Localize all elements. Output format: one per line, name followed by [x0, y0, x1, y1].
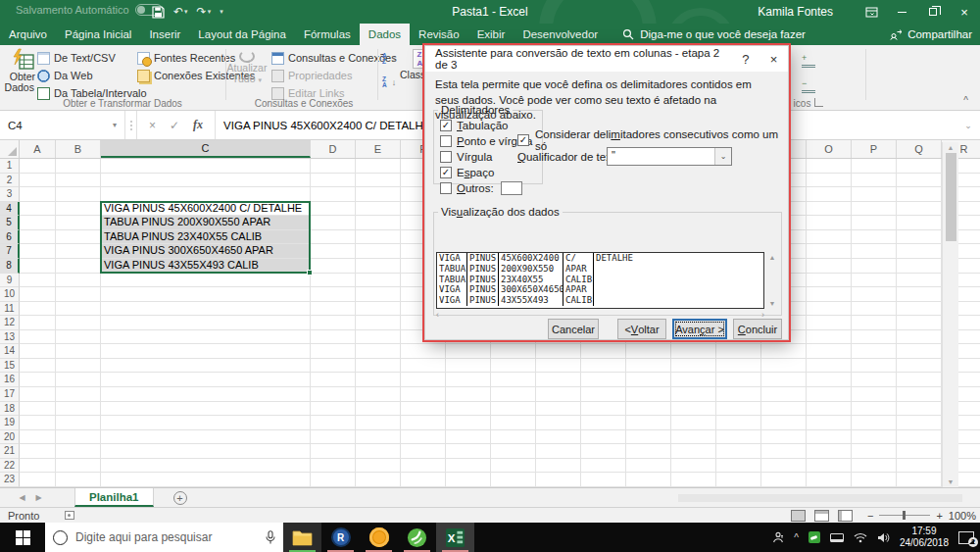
cell-L17[interactable] [671, 387, 716, 402]
cell-E3[interactable] [356, 187, 401, 202]
row-header-7[interactable]: 7 [0, 244, 20, 259]
cell-L18[interactable] [671, 402, 716, 417]
cell-M23[interactable] [716, 473, 761, 487]
cell-B18[interactable] [56, 402, 101, 417]
normal-view-button[interactable] [791, 510, 806, 522]
cell-D22[interactable] [311, 459, 356, 474]
cell-P7[interactable] [852, 244, 897, 259]
cell-C22[interactable] [101, 459, 311, 474]
sort-az-button[interactable]: AZ↓ [382, 51, 396, 67]
cell-B17[interactable] [56, 387, 101, 402]
cell-H15[interactable] [491, 359, 536, 374]
cell-A21[interactable] [20, 444, 56, 459]
cell-E17[interactable] [356, 387, 401, 402]
cell-A7[interactable] [20, 244, 56, 259]
cell-Q3[interactable] [897, 187, 942, 202]
cell-I21[interactable] [536, 444, 581, 459]
previous-sheet-button[interactable]: ◀ [14, 493, 30, 502]
cell-Q2[interactable] [897, 174, 942, 188]
user-name[interactable]: Kamila Fontes [758, 0, 833, 24]
cell-K15[interactable] [626, 359, 671, 374]
cell-C5[interactable]: TABUA PINUS 200X90X550 APAR [101, 216, 311, 230]
cell-D1[interactable] [311, 159, 356, 174]
back-button[interactable]: < Voltar [617, 319, 666, 339]
cell-A17[interactable] [20, 387, 56, 402]
cell-G22[interactable] [446, 459, 491, 474]
tab-layout-da-p-gina[interactable]: Layout da Página [189, 24, 295, 45]
customize-qat-button[interactable]: ▾ [220, 8, 223, 16]
cell-P4[interactable] [852, 202, 897, 217]
cell-Q10[interactable] [897, 287, 942, 302]
cell-D9[interactable] [311, 274, 356, 288]
cell-E21[interactable] [356, 444, 401, 459]
cell-J19[interactable] [581, 416, 626, 430]
tab-desenvolvedor[interactable]: Desenvolvedor [514, 24, 607, 45]
cell-C20[interactable] [101, 430, 311, 445]
people-icon[interactable] [772, 531, 784, 543]
cell-D17[interactable] [311, 387, 356, 402]
cell-E15[interactable] [356, 359, 401, 374]
cell-Q19[interactable] [897, 416, 942, 430]
cell-H22[interactable] [491, 459, 536, 474]
cell-C17[interactable] [101, 387, 311, 402]
cell-Q4[interactable] [897, 202, 942, 217]
cell-K18[interactable] [626, 402, 671, 417]
row-header-16[interactable]: 16 [0, 373, 20, 387]
zoom-level[interactable]: 100% [949, 510, 976, 522]
cell-K14[interactable] [626, 344, 671, 359]
cell-O18[interactable] [807, 402, 852, 417]
undo-dropdown-icon[interactable]: ▾ [184, 8, 188, 16]
formula-bar-splitter[interactable] [125, 111, 137, 139]
cell-A20[interactable] [20, 430, 56, 445]
cell-B3[interactable] [56, 187, 101, 202]
cell-A22[interactable] [20, 459, 56, 474]
checkbox-tabula-o[interactable]: ✓ [440, 120, 452, 131]
macro-record-icon[interactable] [65, 511, 74, 520]
cell-G19[interactable] [446, 416, 491, 430]
clock[interactable]: 17:59 24/06/2018 [900, 526, 949, 549]
cell-D12[interactable] [311, 316, 356, 330]
cell-I18[interactable] [536, 402, 581, 417]
cell-E13[interactable] [356, 330, 401, 345]
cell-M18[interactable] [716, 402, 761, 417]
zoom-slider[interactable] [879, 515, 930, 516]
cell-Q11[interactable] [897, 302, 942, 317]
cell-D3[interactable] [311, 187, 356, 202]
cell-N19[interactable] [761, 416, 807, 430]
row-header-17[interactable]: 17 [0, 387, 20, 402]
cell-Q20[interactable] [897, 430, 942, 445]
cell-A23[interactable] [20, 473, 56, 487]
sort-za-button[interactable]: ZA↓ [382, 75, 396, 90]
cell-Q8[interactable] [897, 259, 942, 274]
cell-O21[interactable] [807, 444, 852, 459]
cell-A19[interactable] [20, 416, 56, 430]
cell-B13[interactable] [56, 330, 101, 345]
cell-A9[interactable] [20, 274, 56, 288]
microphone-icon[interactable] [266, 530, 275, 544]
cell-F18[interactable] [401, 402, 446, 417]
cell-I15[interactable] [536, 359, 581, 374]
cell-L14[interactable] [671, 344, 716, 359]
cell-A8[interactable] [20, 259, 56, 274]
cell-P10[interactable] [852, 287, 897, 302]
cell-E4[interactable] [356, 202, 401, 217]
cell-G23[interactable] [446, 473, 491, 487]
cell-Q7[interactable] [897, 244, 942, 259]
cell-P20[interactable] [852, 430, 897, 445]
cell-O12[interactable] [807, 316, 852, 330]
cell-C7[interactable]: VIGA PINUS 300X650X4650 APAR [101, 244, 311, 259]
cell-C23[interactable] [101, 473, 311, 487]
cell-D14[interactable] [311, 344, 356, 359]
cell-N17[interactable] [761, 387, 807, 402]
cell-O2[interactable] [807, 174, 852, 188]
cell-B21[interactable] [56, 444, 101, 459]
cell-P16[interactable] [852, 373, 897, 387]
cell-I22[interactable] [536, 459, 581, 474]
cell-P12[interactable] [852, 316, 897, 330]
cell-G17[interactable] [446, 387, 491, 402]
cell-P13[interactable] [852, 330, 897, 345]
page-break-view-button[interactable] [838, 510, 853, 522]
cell-D8[interactable] [311, 259, 356, 274]
vertical-scrollbar[interactable]: ▲ ▼ [942, 142, 958, 487]
cell-O5[interactable] [807, 216, 852, 230]
